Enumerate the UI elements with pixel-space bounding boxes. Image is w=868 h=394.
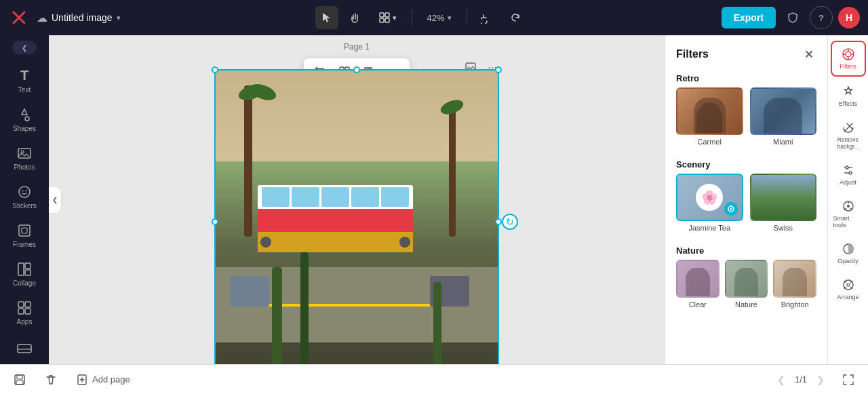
select-tool-button[interactable] [315,6,338,29]
svg-point-46 [847,205,850,208]
filter-section-scenery-title: Scenery [665,154,827,174]
bottom-panel-icon [17,344,32,353]
filters-close-button[interactable]: ✕ [800,46,816,62]
svg-rect-3 [380,13,384,17]
canvas-image-container[interactable]: ↻ [214,69,499,364]
resize-handle-mr[interactable] [495,218,502,225]
filter-thumb-swiss [750,174,817,221]
filter-item-swiss[interactable]: Swiss [750,174,817,232]
sidebar-item-stickers[interactable]: Stickers [4,179,45,215]
next-page-button[interactable]: ❯ [812,372,829,388]
sidebar-bottom-button[interactable] [4,338,45,359]
shapes-icon [17,107,32,122]
smart-tools-icon [842,199,855,213]
resize-handle-tm[interactable] [353,66,360,73]
resize-handle-ml[interactable] [212,218,218,225]
filter-thumb-jasmine-tea: 🌸 [676,174,743,221]
svg-rect-19 [18,309,24,314]
right-tool-opacity-label: Opacity [837,258,859,264]
zoom-button[interactable]: 42% ▾ [420,6,458,29]
filter-item-carmel[interactable]: Carmel [676,87,743,146]
cloud-icon: ☁ [37,12,47,24]
svg-rect-13 [22,228,27,233]
collapse-arrow-icon: ❮ [52,196,58,203]
sidebar-label-text: Text [18,86,31,94]
svg-rect-17 [18,302,24,307]
panel-collapse-button[interactable]: ❮ [49,186,62,214]
sidebar-item-collage[interactable]: Collage [4,256,45,292]
filter-section-retro-title: Retro [665,68,827,87]
trash-icon [45,374,57,386]
right-tool-opacity[interactable]: Opacity [831,237,866,270]
svg-rect-5 [380,18,384,22]
layout-button[interactable]: ▾ [372,6,403,29]
sidebar-expand-button[interactable]: ❮ [12,41,37,54]
filter-item-clear[interactable]: Clear [676,260,719,309]
right-tool-remove-bg[interactable]: Remove backgr... [831,115,866,155]
delete-button[interactable] [39,371,62,389]
save-button[interactable] [8,371,31,389]
filters-tool-icon [842,47,855,61]
sidebar-label-collage: Collage [13,279,36,287]
svg-point-8 [21,151,24,153]
bottom-bar: Add page ❮ 1/1 ❯ [0,364,868,394]
sidebar-label-shapes: Shapes [13,125,36,132]
filter-item-jasmine-tea[interactable]: 🌸 Jasmine Tea [676,174,743,232]
fullscreen-button[interactable] [837,371,860,389]
right-tool-arrange[interactable]: Arrange [831,273,866,306]
sidebar-item-photos[interactable]: Photos [4,140,45,176]
canvas-area[interactable]: Page 1 [49,35,665,364]
svg-point-9 [19,186,30,197]
shield-icon-button[interactable] [781,6,804,29]
right-tool-adjust[interactable]: Adjust [831,158,866,191]
effects-tool-icon [842,85,855,98]
next-icon: ❯ [816,374,825,385]
undo-button[interactable] [475,6,498,29]
add-page-icon [76,374,88,386]
prev-page-button[interactable]: ❮ [773,372,789,388]
filter-grid-retro: Carmel Miami [665,87,827,154]
right-tool-smart-tools[interactable]: Smart tools [831,194,866,234]
help-button[interactable]: ? [810,6,833,29]
redo-button[interactable] [504,6,527,29]
svg-rect-18 [25,302,31,307]
photos-icon [17,146,32,161]
resize-handle-tl[interactable] [212,66,218,73]
right-tool-filters[interactable]: Filters [831,41,866,77]
sidebar-label-photos: Photos [14,163,35,171]
filter-thumb-nature [725,260,768,298]
apps-icon [17,300,32,315]
sidebar-item-shapes[interactable]: Shapes [4,102,45,138]
export-button[interactable]: Export [722,7,776,28]
hand-tool-button[interactable] [344,6,367,29]
svg-rect-6 [385,18,389,22]
filter-item-miami[interactable]: Miami [750,87,817,146]
left-sidebar: ❮ T Text Shapes Photos [0,35,49,364]
right-tool-remove-bg-label: Remove backgr... [833,136,863,150]
right-tool-adjust-label: Adjust [840,179,856,186]
zoom-chevron-icon: ▾ [448,14,452,22]
filter-item-nature[interactable]: Nature [725,260,768,309]
file-name: Untitled image [52,12,113,23]
svg-point-30 [730,208,732,210]
svg-rect-21 [18,344,31,353]
user-avatar[interactable]: H [838,7,860,28]
right-tool-effects[interactable]: Effects [831,79,866,113]
resize-handle-tr[interactable] [495,66,502,73]
right-tool-smart-label: Smart tools [833,215,863,229]
svg-point-10 [22,191,24,192]
filter-thumb-brighton [773,260,816,298]
sidebar-item-text[interactable]: T Text [4,62,45,99]
filter-item-brighton[interactable]: Brighton [773,260,816,309]
svg-rect-58 [16,380,23,385]
sidebar-item-frames[interactable]: Frames [4,218,45,254]
filter-label-jasmine-tea: Jasmine Tea [688,224,730,232]
rotate-handle[interactable]: ↻ [502,214,518,230]
chevron-down-icon: ▾ [117,14,121,22]
logo-button[interactable] [8,7,30,28]
add-page-button[interactable]: Add page [71,371,136,389]
selected-image[interactable]: ↻ [214,69,499,364]
filter-thumb-carmel [676,87,743,135]
sidebar-item-apps[interactable]: Apps [4,295,45,331]
file-menu[interactable]: ☁ Untitled image ▾ [37,12,121,24]
